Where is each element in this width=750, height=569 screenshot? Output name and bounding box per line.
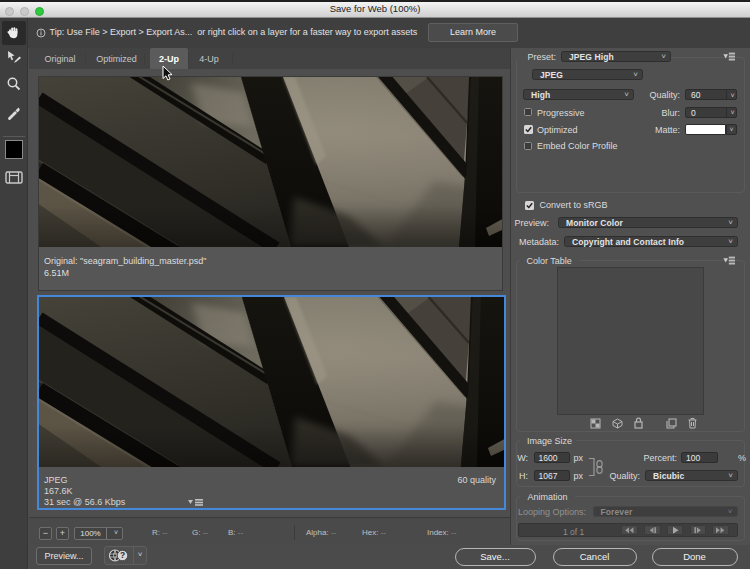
svg-text:?: ? — [119, 550, 124, 560]
